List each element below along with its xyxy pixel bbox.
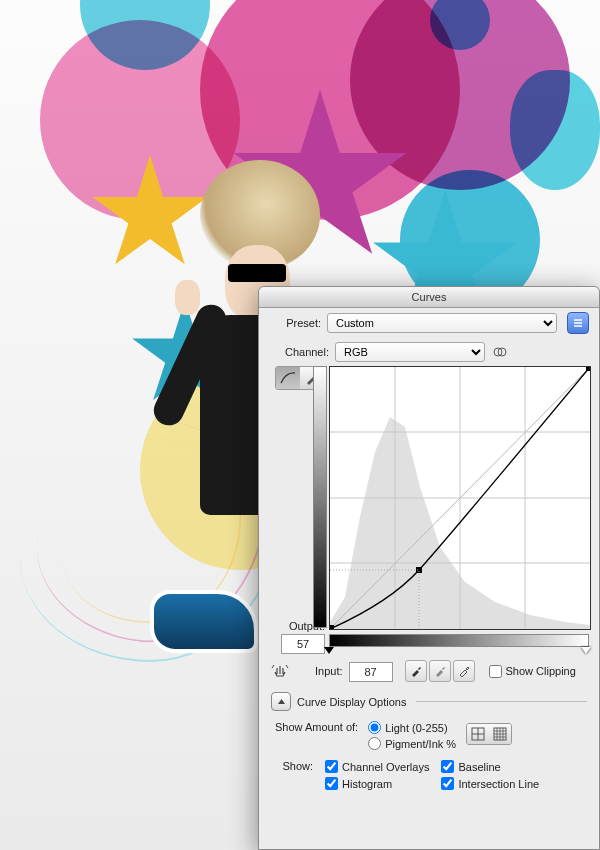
output-gradient [313, 366, 327, 628]
point-curve-button[interactable] [276, 367, 300, 389]
channel-label: Channel: [269, 346, 329, 358]
amount-row: Show Amount of: Light (0-255) Pigment/In… [267, 715, 591, 756]
grid-coarse-button[interactable] [467, 724, 489, 744]
auto-icon [492, 344, 508, 360]
input-label: Input: [315, 665, 343, 677]
channel-overlays-checkbox[interactable] [325, 760, 338, 773]
eyedropper-icon [434, 665, 446, 677]
grid-4-icon [471, 727, 485, 741]
show-clipping-check[interactable]: Show Clipping [489, 665, 576, 678]
grid-10-icon [493, 727, 507, 741]
disclosure-button[interactable] [271, 692, 291, 711]
pigment-radio[interactable]: Pigment/Ink % [368, 737, 456, 750]
dialog-title: Curves [412, 291, 447, 303]
svg-rect-11 [586, 367, 590, 371]
amount-radios: Light (0-255) Pigment/Ink % [368, 721, 456, 750]
eyedropper-group [405, 660, 475, 682]
baseline-label: Baseline [458, 761, 500, 773]
on-image-adjust-icon [271, 662, 289, 680]
show-clipping-label: Show Clipping [506, 665, 576, 677]
triangle-up-icon [277, 697, 286, 706]
output-field[interactable]: 57 [281, 634, 325, 654]
disclosure-row: Curve Display Options [271, 692, 587, 711]
grid-fine-button[interactable] [489, 724, 511, 744]
curves-svg [330, 367, 590, 629]
amount-label: Show Amount of: [275, 721, 358, 733]
show-label: Show: [275, 760, 313, 772]
preset-label: Preset: [269, 317, 321, 329]
intersection-check[interactable]: Intersection Line [441, 777, 539, 790]
dialog-titlebar[interactable]: Curves [259, 287, 599, 308]
histogram-check[interactable]: Histogram [325, 777, 429, 790]
intersection-label: Intersection Line [458, 778, 539, 790]
preset-menu-button[interactable] [567, 312, 589, 334]
light-radio[interactable]: Light (0-255) [368, 721, 456, 734]
channel-overlays-label: Channel Overlays [342, 761, 429, 773]
auto-button[interactable] [491, 342, 509, 362]
svg-rect-9 [330, 625, 334, 629]
histogram-checkbox[interactable] [325, 777, 338, 790]
black-eyedropper[interactable] [405, 660, 427, 682]
curves-dialog: Curves Preset: Custom Channel: RGB [258, 286, 600, 850]
input-field[interactable]: 87 [349, 662, 393, 682]
intersection-checkbox[interactable] [441, 777, 454, 790]
channel-overlays-check[interactable]: Channel Overlays [325, 760, 429, 773]
disclosure-label: Curve Display Options [297, 696, 406, 708]
white-eyedropper[interactable] [453, 660, 475, 682]
preset-select[interactable]: Custom [327, 313, 557, 333]
histogram-label: Histogram [342, 778, 392, 790]
pigment-radio-label: Pigment/Ink % [385, 738, 456, 750]
hand-tool[interactable] [271, 661, 289, 681]
black-point-slider[interactable] [324, 647, 334, 654]
eyedropper-icon [410, 665, 422, 677]
baseline-check[interactable]: Baseline [441, 760, 539, 773]
curves-graph[interactable] [329, 366, 591, 630]
pigment-radio-input[interactable] [368, 737, 381, 750]
preset-row: Preset: Custom [259, 308, 599, 338]
eyedropper-icon [458, 665, 470, 677]
menu-icon [573, 318, 583, 328]
light-radio-input[interactable] [368, 721, 381, 734]
curve-icon [280, 371, 296, 385]
separator [416, 701, 587, 702]
white-point-slider[interactable] [581, 647, 591, 654]
channel-select[interactable]: RGB [335, 342, 485, 362]
show-row: Show: Channel Overlays Histogram Baselin… [267, 756, 591, 794]
input-gradient[interactable] [329, 634, 589, 647]
light-radio-label: Light (0-255) [385, 722, 447, 734]
channel-row: Channel: RGB [259, 338, 599, 366]
baseline-checkbox[interactable] [441, 760, 454, 773]
grid-size-toggle [466, 723, 512, 745]
input-row: Input: 87 Show Clipping [267, 654, 591, 682]
show-clipping-checkbox[interactable] [489, 665, 502, 678]
gray-eyedropper[interactable] [429, 660, 451, 682]
